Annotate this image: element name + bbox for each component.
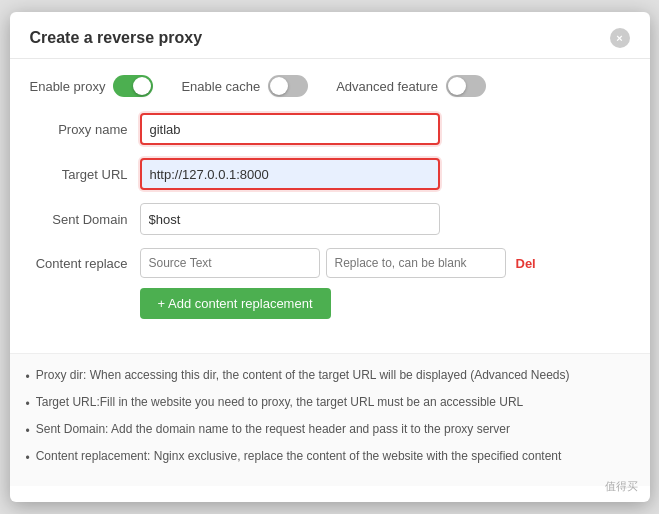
enable-proxy-knob	[133, 77, 151, 95]
toggle-row: Enable proxy Enable cache Advanced featu…	[30, 75, 630, 97]
info-section: • Proxy dir: When accessing this dir, th…	[10, 353, 650, 486]
replace-fields: Del	[140, 248, 540, 278]
bullet-3: •	[26, 422, 30, 440]
dialog-header: Create a reverse proxy ×	[10, 12, 650, 59]
add-content-replacement-button[interactable]: + Add content replacement	[140, 288, 331, 319]
add-content-replacement-label: + Add content replacement	[158, 296, 313, 311]
target-url-input[interactable]	[140, 158, 440, 190]
advanced-feature-toggle[interactable]	[446, 75, 486, 97]
bullet-1: •	[26, 368, 30, 386]
replace-to-input[interactable]	[326, 248, 506, 278]
dialog-title: Create a reverse proxy	[30, 29, 203, 47]
advanced-feature-label: Advanced feature	[336, 79, 438, 94]
bullet-2: •	[26, 395, 30, 413]
watermark: 值得买	[605, 479, 638, 494]
enable-cache-group: Enable cache	[181, 75, 308, 97]
advanced-feature-group: Advanced feature	[336, 75, 486, 97]
info-text-1: Proxy dir: When accessing this dir, the …	[36, 366, 570, 384]
sent-domain-input[interactable]	[140, 203, 440, 235]
info-text-3: Sent Domain: Add the domain name to the …	[36, 420, 510, 438]
sent-domain-label: Sent Domain	[30, 212, 140, 227]
bullet-4: •	[26, 449, 30, 467]
del-button[interactable]: Del	[512, 256, 540, 271]
enable-proxy-group: Enable proxy	[30, 75, 154, 97]
info-item-4: • Content replacement: Nginx exclusive, …	[26, 447, 634, 467]
close-button[interactable]: ×	[610, 28, 630, 48]
proxy-name-input[interactable]	[140, 113, 440, 145]
create-reverse-proxy-dialog: Create a reverse proxy × Enable proxy En…	[10, 12, 650, 502]
dialog-body: Enable proxy Enable cache Advanced featu…	[10, 59, 650, 335]
enable-cache-label: Enable cache	[181, 79, 260, 94]
target-url-label: Target URL	[30, 167, 140, 182]
source-text-input[interactable]	[140, 248, 320, 278]
target-url-row: Target URL	[30, 158, 630, 190]
sent-domain-row: Sent Domain	[30, 203, 630, 235]
proxy-name-label: Proxy name	[30, 122, 140, 137]
enable-cache-toggle[interactable]	[268, 75, 308, 97]
content-replace-label: Content replace	[30, 256, 140, 271]
content-replace-row: Content replace Del	[30, 248, 630, 278]
proxy-name-row: Proxy name	[30, 113, 630, 145]
info-text-4: Content replacement: Nginx exclusive, re…	[36, 447, 562, 465]
advanced-feature-knob	[448, 77, 466, 95]
enable-proxy-toggle[interactable]	[113, 75, 153, 97]
info-item-1: • Proxy dir: When accessing this dir, th…	[26, 366, 634, 386]
info-item-2: • Target URL:Fill in the website you nee…	[26, 393, 634, 413]
enable-proxy-label: Enable proxy	[30, 79, 106, 94]
info-item-3: • Sent Domain: Add the domain name to th…	[26, 420, 634, 440]
enable-cache-knob	[270, 77, 288, 95]
info-text-2: Target URL:Fill in the website you need …	[36, 393, 524, 411]
